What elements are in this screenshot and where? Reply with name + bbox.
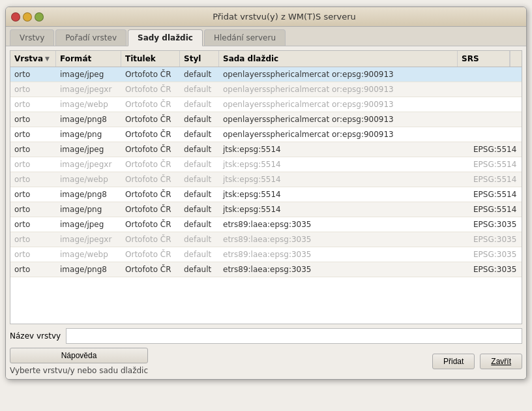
cell-styl: default <box>180 97 219 112</box>
cell-styl: default <box>180 127 219 142</box>
cell-vrstva: orto <box>10 97 56 112</box>
cell-styl: default <box>180 172 219 187</box>
cell-srs <box>469 127 522 142</box>
column-header-titulek: Titulek <box>121 51 180 67</box>
cell-styl: default <box>180 247 219 262</box>
cell-vrstva: orto <box>10 262 56 277</box>
cell-vrstva: orto <box>10 187 56 202</box>
column-header-format: Formát <box>56 51 121 67</box>
table-row[interactable]: orto image/jpegxr Ortofoto ČR default jt… <box>10 157 522 172</box>
cell-srs: EPSG:3035 <box>469 247 522 262</box>
cell-format: image/jpeg <box>56 142 121 157</box>
cell-format: image/webp <box>56 97 121 112</box>
bottom-row: Nápověda Vyberte vrstvu/y nebo sadu dlaž… <box>10 348 522 375</box>
cell-srs: EPSG:5514 <box>469 157 522 172</box>
close-button[interactable]: Zavřít <box>480 354 522 369</box>
cell-format: image/jpegxr <box>56 82 121 97</box>
cell-styl: default <box>180 157 219 172</box>
minimize-button[interactable] <box>23 12 32 22</box>
cell-styl: default <box>180 217 219 232</box>
cell-styl: default <box>180 232 219 247</box>
cell-srs: EPSG:5514 <box>469 172 522 187</box>
table-row[interactable]: orto image/png Ortofoto ČR default openl… <box>10 127 522 142</box>
column-header-sada: Sada dlaždic <box>219 51 458 67</box>
data-table-container: Vrstva ▼ Formát Titulek Styl Sada dlaždi… <box>10 50 522 324</box>
status-text: Vyberte vrstvu/y nebo sadu dlaždic <box>10 366 148 375</box>
cell-styl: default <box>180 142 219 157</box>
cell-sada: jtsk:epsg:5514 <box>219 202 469 217</box>
tab-hledani[interactable]: Hledání serveru <box>204 29 286 46</box>
column-header-styl: Styl <box>180 51 219 67</box>
cell-titulek: Ortofoto ČR <box>121 142 180 157</box>
layer-name-row: Název vrstvy <box>10 328 522 344</box>
cell-format: image/png <box>56 202 121 217</box>
cell-srs: EPSG:5514 <box>469 187 522 202</box>
table-row[interactable]: orto image/webp Ortofoto ČR default etrs… <box>10 247 522 262</box>
window-title: Přidat vrstvu(y) z WM(T)S serveru <box>48 12 521 22</box>
cell-sada: openlayerssphericalmercat or:epsg:900913 <box>219 67 469 82</box>
cell-titulek: Ortofoto ČR <box>121 217 180 232</box>
cell-titulek: Ortofoto ČR <box>121 112 180 127</box>
cell-vrstva: orto <box>10 247 56 262</box>
cell-srs <box>469 67 522 82</box>
cell-srs <box>469 82 522 97</box>
cell-sada: etrs89:laea:epsg:3035 <box>219 262 469 277</box>
table-row[interactable]: orto image/webp Ortofoto ČR default open… <box>10 97 522 112</box>
cell-vrstva: orto <box>10 202 56 217</box>
cell-sada: openlayerssphericalmercat or:epsg:900913 <box>219 97 469 112</box>
table-row[interactable]: orto image/png8 Ortofoto ČR default jtsk… <box>10 187 522 202</box>
cell-format: image/webp <box>56 247 121 262</box>
add-button[interactable]: Přidat <box>432 354 475 369</box>
tab-bar: Vrstvy Pořadí vrstev Sady dlaždic Hledán… <box>6 27 526 46</box>
table-row[interactable]: orto image/webp Ortofoto ČR default jtsk… <box>10 172 522 187</box>
cell-srs <box>469 97 522 112</box>
help-button[interactable]: Nápověda <box>10 348 148 363</box>
cell-srs: EPSG:3035 <box>469 262 522 277</box>
cell-styl: default <box>180 112 219 127</box>
cell-styl: default <box>180 202 219 217</box>
maximize-button[interactable] <box>35 12 44 22</box>
cell-sada: openlayerssphericalmercat or:epsg:900913 <box>219 112 469 127</box>
layer-name-input[interactable] <box>66 328 522 344</box>
cell-sada: etrs89:laea:epsg:3035 <box>219 247 469 262</box>
cell-sada: jtsk:epsg:5514 <box>219 187 469 202</box>
cell-format: image/jpeg <box>56 217 121 232</box>
cell-sada: jtsk:epsg:5514 <box>219 142 469 157</box>
table-body[interactable]: orto image/jpeg Ortofoto ČR default open… <box>10 67 522 320</box>
cell-vrstva: orto <box>10 157 56 172</box>
cell-vrstva: orto <box>10 82 56 97</box>
cell-vrstva: orto <box>10 217 56 232</box>
action-buttons: Přidat Zavřít <box>432 354 522 369</box>
layer-name-label: Název vrstvy <box>10 331 61 341</box>
table-row[interactable]: orto image/png8 Ortofoto ČR default open… <box>10 112 522 127</box>
table-row[interactable]: orto image/jpeg Ortofoto ČR default etrs… <box>10 217 522 232</box>
scrollbar-filler <box>510 51 522 67</box>
table-row[interactable]: orto image/jpeg Ortofoto ČR default open… <box>10 67 522 82</box>
cell-styl: default <box>180 67 219 82</box>
tab-vrstvy[interactable]: Vrstvy <box>10 29 54 46</box>
titlebar: Přidat vrstvu(y) z WM(T)S serveru <box>6 7 526 27</box>
cell-format: image/webp <box>56 172 121 187</box>
cell-format: image/png8 <box>56 262 121 277</box>
cell-srs: EPSG:5514 <box>469 202 522 217</box>
cell-titulek: Ortofoto ČR <box>121 262 180 277</box>
cell-srs: EPSG:3035 <box>469 217 522 232</box>
table-row[interactable]: orto image/png Ortofoto ČR default jtsk:… <box>10 202 522 217</box>
cell-sada: openlayerssphericalmercat or:epsg:900913 <box>219 127 469 142</box>
table-row[interactable]: orto image/png8 Ortofoto ČR default etrs… <box>10 262 522 277</box>
cell-sada: jtsk:epsg:5514 <box>219 157 469 172</box>
cell-sada: etrs89:laea:epsg:3035 <box>219 232 469 247</box>
cell-styl: default <box>180 187 219 202</box>
cell-format: image/jpegxr <box>56 157 121 172</box>
tab-sady[interactable]: Sady dlaždic <box>128 29 203 46</box>
cell-styl: default <box>180 262 219 277</box>
column-header-vrstva[interactable]: Vrstva ▼ <box>10 51 56 67</box>
table-row[interactable]: orto image/jpeg Ortofoto ČR default jtsk… <box>10 142 522 157</box>
close-window-button[interactable] <box>11 12 20 22</box>
column-header-srs: SRS <box>458 51 510 67</box>
table-row[interactable]: orto image/jpegxr Ortofoto ČR default et… <box>10 232 522 247</box>
cell-srs: EPSG:5514 <box>469 142 522 157</box>
table-row[interactable]: orto image/jpegxr Ortofoto ČR default op… <box>10 82 522 97</box>
cell-titulek: Ortofoto ČR <box>121 67 180 82</box>
tab-poradi[interactable]: Pořadí vrstev <box>55 29 126 46</box>
